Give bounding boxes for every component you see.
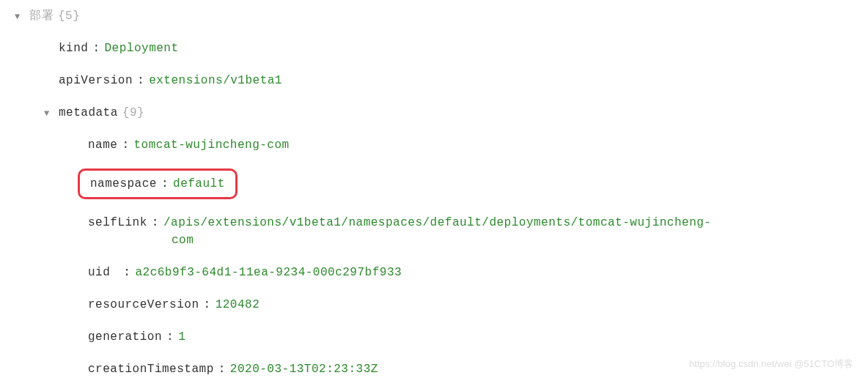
- tree-value: a2c6b9f3-64d1-11ea-9234-000c297bf933: [135, 264, 402, 281]
- tree-key: metadata: [59, 104, 118, 122]
- tree-row-name[interactable]: name : tomcat-wujincheng-com: [15, 136, 853, 154]
- colon: :: [204, 296, 211, 314]
- colon: :: [123, 264, 130, 281]
- tree-value: Deployment: [105, 40, 179, 57]
- tree-count: {5}: [58, 7, 80, 25]
- tree-key: uid: [88, 264, 110, 281]
- chevron-down-icon[interactable]: ▼: [44, 104, 59, 120]
- tree-key: 部署: [29, 7, 54, 25]
- tree-value: 2020-03-13T02:23:33Z: [230, 360, 378, 378]
- tree-key: apiVersion: [59, 72, 133, 89]
- colon: :: [137, 72, 144, 89]
- colon: :: [218, 360, 226, 378]
- tree-key: namespace: [90, 175, 157, 193]
- tree-value: tomcat-wujincheng-com: [134, 136, 290, 154]
- tree-key: kind: [59, 40, 88, 57]
- colon: :: [166, 328, 174, 346]
- tree-row-generation[interactable]: generation : 1: [15, 328, 853, 346]
- colon: :: [161, 175, 169, 193]
- tree-row-uid[interactable]: uid : a2c6b9f3-64d1-11ea-9234-000c297bf9…: [15, 264, 853, 281]
- tree-count: {9}: [122, 104, 144, 122]
- colon: :: [92, 40, 100, 57]
- tree-key: resourceVersion: [88, 296, 199, 314]
- tree-row-metadata[interactable]: ▼ metadata {9}: [0, 104, 853, 122]
- tree-key: creationTimestamp: [88, 360, 214, 378]
- chevron-down-icon[interactable]: ▼: [15, 7, 29, 23]
- tree-value: extensions/v1beta1: [149, 72, 282, 89]
- tree-row-kind[interactable]: kind : Deployment: [15, 40, 853, 57]
- watermark: https://blog.csdn.net/wei @51CTO博客: [689, 357, 853, 371]
- tree-value: /apis/extensions/v1beta1/namespaces/defa…: [163, 214, 712, 231]
- tree-value: 120482: [216, 296, 260, 314]
- tree-row-selflink[interactable]: selfLink : /apis/extensions/v1beta1/name…: [15, 214, 853, 249]
- highlight-box: namespace : default: [78, 168, 238, 199]
- tree-key: selfLink: [88, 214, 147, 231]
- tree-row-resourceversion[interactable]: resourceVersion : 120482: [15, 296, 853, 314]
- tree-value: default: [173, 175, 225, 193]
- tree-row-root[interactable]: ▼ 部署 {5}: [15, 7, 853, 25]
- tree-key: generation: [88, 328, 162, 346]
- colon: :: [152, 214, 159, 231]
- colon: :: [122, 136, 129, 154]
- tree-value: 1: [178, 328, 185, 346]
- tree-key: name: [88, 136, 117, 154]
- tree-row-apiversion[interactable]: apiVersion : extensions/v1beta1: [15, 72, 853, 89]
- tree-row-namespace[interactable]: namespace : default: [4, 168, 853, 199]
- tree-value-cont: com: [172, 231, 194, 249]
